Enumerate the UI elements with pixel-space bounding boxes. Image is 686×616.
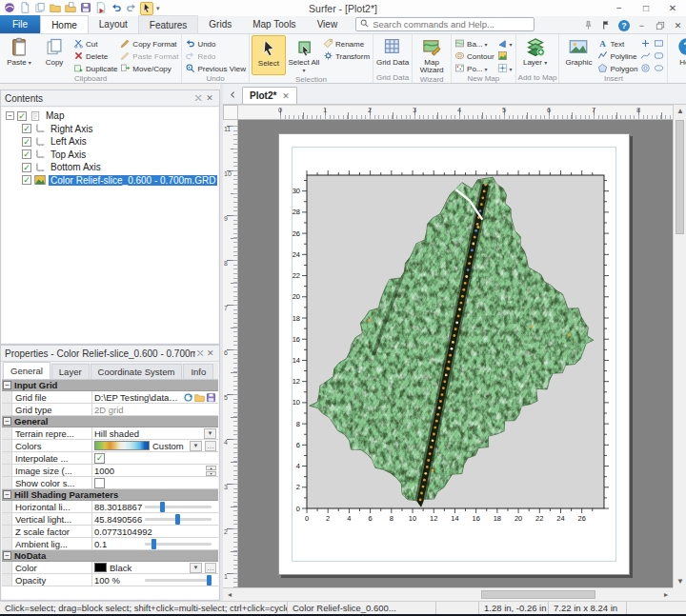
property-row-show-color-s[interactable]: Show color s...: [2, 477, 218, 489]
plot-page[interactable]: 0246810121416182022242602468101214161820…: [278, 133, 630, 575]
tab-map-tools[interactable]: Map Tools: [242, 15, 306, 33]
property-row-interpolate[interactable]: Interpolate ...✓: [2, 452, 218, 465]
slider-track[interactable]: [145, 579, 212, 582]
tree-item-top-axis[interactable]: ✓Top Axis: [2, 149, 218, 162]
scroll-up-icon[interactable]: ▲: [674, 105, 686, 117]
more-button[interactable]: …: [205, 441, 216, 451]
slider-thumb[interactable]: [151, 539, 156, 549]
ribbon-button-select-all[interactable]: Select All ▾: [287, 35, 321, 75]
properties-tab-coordinate-system[interactable]: Coordinate System: [91, 364, 183, 379]
pin-icon[interactable]: [582, 19, 595, 31]
dropdown-icon[interactable]: ▼: [190, 563, 202, 573]
horizontal-scrollbar[interactable]: ◂ ▸: [223, 587, 673, 601]
scroll-right-icon[interactable]: ▸: [659, 588, 673, 601]
dropdown-icon[interactable]: ▼: [190, 441, 202, 451]
properties-tab-layer[interactable]: Layer: [51, 364, 90, 379]
search-box[interactable]: [355, 17, 535, 31]
select-button[interactable]: [140, 2, 153, 15]
ribbon-button-round-rect[interactable]: [653, 50, 665, 62]
pin-icon[interactable]: ⛌: [192, 92, 204, 104]
color-relief-map[interactable]: 0246810121416182022242602468101214161820…: [287, 159, 622, 523]
property-row-image-size[interactable]: Image size (...1000▴▾: [2, 465, 218, 477]
chevron-left-icon[interactable]: [225, 87, 240, 102]
refresh-icon[interactable]: [183, 392, 193, 403]
ribbon-button-previous-view[interactable]: Previous View: [184, 63, 247, 74]
ribbon-button-plus[interactable]: [639, 38, 652, 50]
property-row-grid-file[interactable]: Grid fileD:\EP Testing\datasets\for GBJ …: [2, 391, 218, 404]
minimize-button[interactable]: −: [606, 0, 633, 16]
ribbon-button-spline[interactable]: [639, 50, 652, 62]
slider-track[interactable]: [145, 506, 212, 508]
ribbon-button-circles[interactable]: [639, 63, 652, 74]
child-close-icon[interactable]: ✕: [672, 19, 684, 31]
property-row-z-scale-factor[interactable]: Z scale factor0.0773104992: [2, 526, 218, 538]
document-tab-plot2[interactable]: Plot2* ✕: [242, 87, 297, 104]
ribbon-button-rename[interactable]: Rename: [322, 38, 371, 50]
ribbon-button-paste-format[interactable]: Paste Format: [119, 50, 179, 62]
tab-features[interactable]: Features: [138, 15, 198, 33]
child-minimize-icon[interactable]: −: [636, 19, 648, 31]
property-row-ambient-lig[interactable]: Ambient lig...0.1: [2, 538, 218, 550]
ribbon-button-text[interactable]: AText: [596, 38, 638, 50]
help-icon[interactable]: ?: [618, 20, 630, 31]
tree-item-bottom-axis[interactable]: ✓Bottom Axis: [2, 161, 218, 174]
collapse-icon[interactable]: −: [3, 381, 11, 389]
ribbon-button-delete[interactable]: Delete: [72, 50, 118, 62]
property-row-vertical-light[interactable]: Vertical light...45.8490566: [2, 513, 218, 526]
print-preview-button[interactable]: [94, 2, 108, 15]
ribbon-button-paste[interactable]: Paste ▾: [2, 35, 36, 74]
floppy-icon[interactable]: [206, 392, 216, 403]
visibility-checkbox[interactable]: ✓: [22, 163, 31, 172]
properties-tab-general[interactable]: General: [3, 362, 50, 379]
ribbon-button-copy-format[interactable]: Copy Format: [119, 38, 179, 50]
ribbon-button-rect-tool[interactable]: [653, 38, 665, 50]
tab-home[interactable]: Home: [40, 15, 89, 33]
ribbon-button-po[interactable]: Po...▾: [454, 63, 494, 74]
maximize-button[interactable]: □: [633, 0, 659, 16]
scroll-down-icon[interactable]: ▼: [674, 575, 686, 587]
ribbon-button-ellipse[interactable]: [653, 63, 665, 74]
close-icon[interactable]: ✕: [204, 92, 215, 104]
color-swatch[interactable]: [94, 563, 107, 572]
property-row-grid-type[interactable]: Grid type2D grid: [2, 404, 218, 416]
ribbon-button-gridnode[interactable]: ▾: [496, 63, 514, 74]
slider-track[interactable]: [145, 518, 212, 521]
undo-button[interactable]: [110, 2, 123, 15]
ribbon-button-graphic[interactable]: Graphic: [561, 35, 595, 74]
slider-thumb[interactable]: [207, 575, 212, 586]
tree-item-left-axis[interactable]: ✓Left Axis: [2, 135, 218, 149]
visibility-checkbox[interactable]: ✓: [22, 124, 31, 133]
ribbon-button-grid-data[interactable]: Grid Data: [375, 35, 410, 73]
visibility-checkbox[interactable]: ✓: [22, 137, 31, 147]
ribbon-button-ba[interactable]: Ba...▾: [454, 38, 494, 50]
more-button[interactable]: …: [205, 563, 216, 573]
colormap-swatch[interactable]: [94, 441, 150, 450]
slider-thumb[interactable]: [160, 502, 165, 512]
close-icon[interactable]: ✕: [205, 348, 215, 359]
tree-item-color-relief-slice-0-600-0-700m-grd[interactable]: ✓Color Relief-slice_0.600 - 0.700m.GRD: [2, 174, 218, 188]
child-restore-icon[interactable]: [654, 19, 666, 31]
collapse-icon[interactable]: −: [3, 551, 11, 560]
ribbon-button-duplicate[interactable]: Duplicate: [72, 63, 118, 74]
collapse-icon[interactable]: −: [3, 490, 11, 499]
ribbon-button-layer[interactable]: Layer ▾: [518, 35, 553, 73]
tab-file[interactable]: File: [0, 15, 40, 33]
folder-sm-icon[interactable]: [194, 392, 205, 403]
spinner-control[interactable]: ▴▾: [206, 466, 216, 476]
tab-grids[interactable]: Grids: [198, 15, 242, 33]
property-row-color[interactable]: ColorBlack▼…: [2, 562, 218, 574]
search-input[interactable]: [373, 19, 530, 30]
property-checkbox[interactable]: [94, 478, 105, 488]
flag-icon[interactable]: [600, 19, 613, 31]
tab-view[interactable]: View: [307, 15, 349, 33]
ribbon-button-contour[interactable]: Contour: [454, 50, 494, 62]
visibility-checkbox[interactable]: ✓: [17, 111, 27, 121]
ribbon-button-move-copy[interactable]: Move/Copy: [119, 63, 179, 74]
redo-button[interactable]: [125, 2, 138, 15]
close-icon[interactable]: ✕: [282, 91, 290, 101]
property-row-terrain-repre[interactable]: Terrain repre...Hill shaded▼: [2, 427, 218, 440]
property-row-colors[interactable]: ColorsCustom▼…: [2, 440, 218, 452]
import-button[interactable]: [64, 2, 77, 15]
collapse-icon[interactable]: −: [6, 111, 14, 120]
open-button[interactable]: [49, 2, 62, 15]
